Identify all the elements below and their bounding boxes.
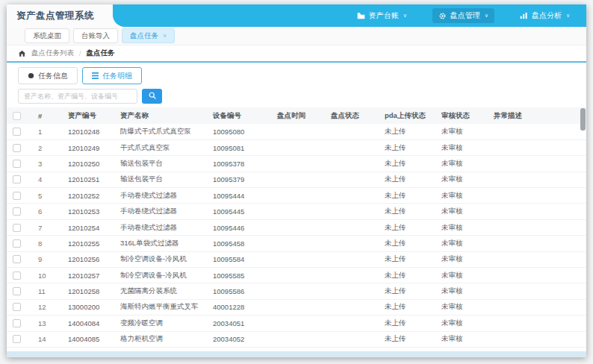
cell-index: 8 — [32, 236, 62, 251]
table-row: 7 12010254 手动卷绕式过滤器 10095446 未上传 未审核 — [7, 219, 586, 235]
breadcrumb-item[interactable]: 盘点任务 — [87, 48, 115, 58]
cell-exception — [488, 347, 586, 351]
row-checkbox[interactable] — [13, 287, 21, 295]
footer-strip — [7, 351, 586, 357]
cell-index: 15 — [32, 347, 62, 351]
circle-icon — [28, 72, 34, 79]
window-tab[interactable]: 系统桌面 — [25, 28, 69, 43]
app-window: 资产盘点管理系统 资产台账 ∨ 盘点管理 ∨ 盘点分析 ∨ 系统桌面 台账导入 … — [7, 4, 586, 357]
cell-check-status — [325, 124, 379, 139]
header-menu-item[interactable]: 盘点分析 ∨ — [514, 8, 576, 23]
column-header: 盘点状态 — [325, 107, 379, 124]
cell-check-status — [325, 299, 379, 315]
row-checkbox[interactable] — [13, 192, 21, 200]
cell-asset-no: 12010250 — [62, 156, 114, 172]
search-icon — [148, 91, 157, 102]
row-checkbox[interactable] — [13, 335, 21, 343]
cell-pda-status: 未上传 — [379, 331, 435, 347]
cell-asset-name: 手动卷绕式过滤器 — [114, 219, 207, 235]
header-menu-item[interactable]: 资产台账 ∨ — [351, 8, 413, 23]
home-icon[interactable] — [18, 49, 26, 57]
row-select-cell — [7, 236, 32, 251]
cell-asset-no: 12010249 — [62, 139, 114, 155]
cell-asset-name: 输送包装平台 — [114, 156, 207, 172]
row-select-cell — [7, 316, 32, 331]
row-select-cell — [7, 156, 32, 172]
chevron-down-icon: ∨ — [566, 13, 570, 19]
detail-tab[interactable]: 任务信息 — [18, 67, 78, 84]
row-checkbox[interactable] — [13, 319, 21, 327]
search-row — [7, 84, 586, 107]
folder-icon — [357, 12, 365, 19]
header-menu-bar: 资产台账 ∨ 盘点管理 ∨ 盘点分析 ∨ — [113, 4, 586, 27]
row-checkbox[interactable] — [13, 255, 21, 263]
row-checkbox[interactable] — [13, 144, 21, 152]
header-menu-item[interactable]: 盘点管理 ∨ — [432, 8, 494, 23]
cell-check-status — [325, 156, 379, 172]
row-checkbox[interactable] — [13, 128, 21, 136]
window-tab[interactable]: 台账导入 — [73, 28, 118, 43]
cell-check-time — [271, 139, 325, 155]
select-all-cell — [7, 107, 32, 124]
cell-asset-no: 12010252 — [62, 188, 114, 204]
detail-tab[interactable]: 任务明细 — [82, 67, 142, 84]
cell-exception — [488, 283, 586, 299]
row-select-cell — [7, 124, 32, 139]
row-checkbox[interactable] — [13, 272, 21, 280]
search-input[interactable] — [18, 89, 137, 104]
cell-pda-status: 未上传 — [379, 188, 435, 204]
cell-pda-status: 未上传 — [379, 124, 435, 139]
cell-asset-name: 海斯特内燃平衡重式叉车 — [114, 299, 207, 315]
cell-device-no: 10095585 — [207, 268, 271, 283]
table-header-row: #资产编号资产名称设备编号盘点时间盘点状态pda上传状态审核状态异常描述 — [7, 107, 586, 124]
scrollbar-thumb[interactable] — [580, 108, 586, 131]
select-all-checkbox[interactable] — [13, 112, 21, 120]
table-row: 15 14004086 格力柜机空调 20034053 未上传 未审核 — [7, 347, 586, 351]
cell-asset-name: 制冷空调设备-冷风机 — [114, 251, 207, 267]
row-checkbox[interactable] — [13, 160, 21, 168]
cell-audit-status: 未审核 — [435, 204, 488, 219]
cell-check-time — [271, 316, 325, 331]
cell-asset-no: 12010258 — [62, 283, 114, 299]
cell-device-no: 20034053 — [207, 347, 271, 351]
cell-check-status — [325, 347, 379, 351]
cell-asset-name: 防爆式干式爪式真空泵 — [114, 124, 207, 139]
cell-check-time — [271, 219, 325, 235]
cell-exception — [488, 268, 586, 283]
cell-index: 13 — [32, 316, 62, 331]
cell-check-time — [271, 236, 325, 251]
cell-index: 12 — [32, 299, 62, 315]
row-checkbox[interactable] — [13, 207, 21, 216]
cell-audit-status: 未审核 — [435, 139, 488, 155]
cell-pda-status: 未上传 — [379, 204, 435, 219]
column-header: 盘点时间 — [271, 107, 325, 124]
row-select-cell — [7, 204, 32, 219]
breadcrumb-item[interactable]: 盘点任务列表 — [31, 48, 74, 58]
cell-asset-name: 输送包装平台 — [114, 172, 207, 187]
row-checkbox[interactable] — [13, 303, 21, 311]
cell-check-status — [325, 268, 379, 283]
table-row: 5 12010252 手动卷绕式过滤器 10095444 未上传 未审核 — [7, 188, 586, 204]
row-checkbox[interactable] — [13, 224, 21, 232]
cell-check-status — [325, 316, 379, 331]
row-checkbox[interactable] — [13, 175, 21, 183]
column-header: pda上传状态 — [379, 107, 435, 124]
cell-exception — [488, 251, 586, 267]
table-row: 14 14004085 格力柜机空调 20034052 未上传 未审核 — [7, 331, 586, 347]
cell-audit-status: 未审核 — [435, 331, 488, 347]
cell-device-no: 10095458 — [207, 236, 271, 251]
cell-asset-name: 干式爪式真空泵 — [114, 139, 207, 155]
cell-asset-no: 12010251 — [62, 172, 114, 187]
search-button[interactable] — [142, 89, 162, 104]
close-icon[interactable]: × — [163, 32, 167, 40]
cell-pda-status: 未上传 — [379, 299, 435, 315]
cell-index: 9 — [32, 251, 62, 267]
row-select-cell — [7, 219, 32, 235]
window-tab[interactable]: 盘点任务 × — [122, 28, 175, 43]
chevron-down-icon: ∨ — [485, 13, 488, 19]
cell-asset-no: 14004086 — [62, 347, 114, 351]
row-checkbox[interactable] — [13, 239, 21, 248]
table-row: 4 12010251 输送包装平台 10095379 未上传 未审核 — [7, 172, 586, 187]
cell-device-no: 10095446 — [207, 219, 271, 235]
cell-asset-name: 格力柜机空调 — [114, 347, 207, 351]
